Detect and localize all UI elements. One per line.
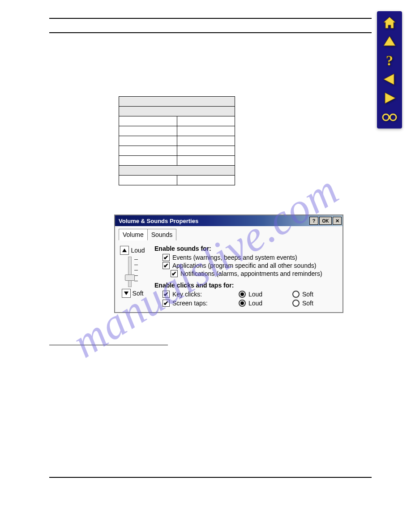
table-cell [119, 176, 177, 185]
table-cell [177, 146, 235, 156]
dialog-close-button[interactable]: ✕ [333, 217, 342, 225]
arrow-right-icon [382, 91, 397, 105]
volume-loud-label: Loud [131, 247, 145, 254]
radio-screentaps-loud[interactable] [239, 300, 246, 307]
rule-bottom [49, 477, 372, 478]
volume-soft-label: Soft [133, 290, 144, 297]
table-cell [177, 126, 235, 136]
nav-next-button[interactable] [380, 90, 399, 106]
svg-point-1 [383, 114, 389, 120]
radio-keyclicks-loud-label: Loud [248, 291, 262, 298]
rule-top-2 [49, 32, 372, 33]
dialog-tabs: Volume Sounds [119, 229, 339, 240]
volume-up-button[interactable] [120, 246, 129, 255]
table-cell [119, 136, 177, 146]
checkbox-screen-taps[interactable]: ✔ [163, 300, 170, 307]
checkbox-applications[interactable]: ✔ [163, 262, 170, 269]
table-section-row [119, 166, 235, 176]
reference-table [119, 96, 235, 185]
checkbox-notifications-label: Notifications (alarms, appointments and … [180, 270, 322, 277]
question-icon: ? [383, 53, 396, 68]
radio-screentaps-loud-label: Loud [248, 300, 262, 307]
volume-sounds-dialog: Volume & Sounds Properties ? OK ✕ Volume… [114, 215, 343, 313]
nav-up-button[interactable] [380, 34, 399, 50]
checkbox-notifications[interactable]: ✔ [171, 270, 178, 277]
triangle-down-icon [124, 291, 129, 296]
tab-volume[interactable]: Volume [119, 229, 148, 240]
checkbox-key-clicks[interactable]: ✔ [163, 291, 170, 298]
page-content [49, 18, 372, 33]
table-cell [177, 116, 235, 126]
rule-top-1 [49, 18, 372, 19]
enable-sounds-header: Enable sounds for: [154, 245, 339, 252]
dialog-help-button[interactable]: ? [309, 217, 318, 225]
table-cell [119, 146, 177, 156]
table-header-row [119, 97, 235, 107]
volume-down-button[interactable] [122, 289, 131, 298]
radio-keyclicks-soft-label: Soft [302, 291, 313, 298]
table-cell [119, 156, 177, 166]
screen-taps-label: Screen taps: [172, 300, 208, 307]
nav-home-button[interactable] [380, 15, 399, 31]
svg-point-2 [390, 114, 396, 120]
section-underline [49, 345, 168, 345]
table-cell [177, 136, 235, 146]
checkbox-events[interactable]: ✔ [163, 254, 170, 261]
side-nav: ? [377, 11, 402, 129]
table-cell [177, 156, 235, 166]
table-cell [119, 116, 177, 126]
checkbox-applications-label: Applications (program specific and all o… [172, 262, 316, 269]
dialog-title: Volume & Sounds Properties [119, 218, 309, 224]
glasses-icon [381, 112, 398, 122]
radio-screentaps-soft-label: Soft [302, 300, 313, 307]
table-cell [177, 176, 235, 185]
table-subheader-row [119, 107, 235, 116]
volume-slider-thumb[interactable] [125, 275, 135, 281]
volume-slider[interactable] [124, 257, 141, 287]
nav-glasses-button[interactable] [380, 109, 399, 125]
volume-slider-column: Loud Soft [119, 245, 146, 307]
nav-help-button[interactable]: ? [380, 52, 399, 69]
key-clicks-label: Key clicks: [172, 291, 202, 298]
radio-keyclicks-loud[interactable] [239, 291, 246, 298]
arrow-up-icon [382, 35, 397, 48]
checkbox-events-label: Events (warnings, beeps and system event… [172, 254, 297, 261]
dialog-titlebar: Volume & Sounds Properties ? OK ✕ [115, 215, 342, 226]
arrow-left-icon [382, 73, 397, 86]
enable-clicks-header: Enable clicks and taps for: [154, 282, 339, 289]
svg-text:?: ? [386, 53, 393, 68]
tab-sounds[interactable]: Sounds [148, 229, 176, 240]
home-icon [382, 16, 397, 30]
nav-prev-button[interactable] [380, 71, 399, 87]
radio-screentaps-soft[interactable] [292, 300, 300, 307]
radio-keyclicks-soft[interactable] [292, 291, 300, 298]
triangle-up-icon [122, 248, 127, 253]
table-cell [119, 126, 177, 136]
dialog-ok-button[interactable]: OK [319, 217, 332, 225]
